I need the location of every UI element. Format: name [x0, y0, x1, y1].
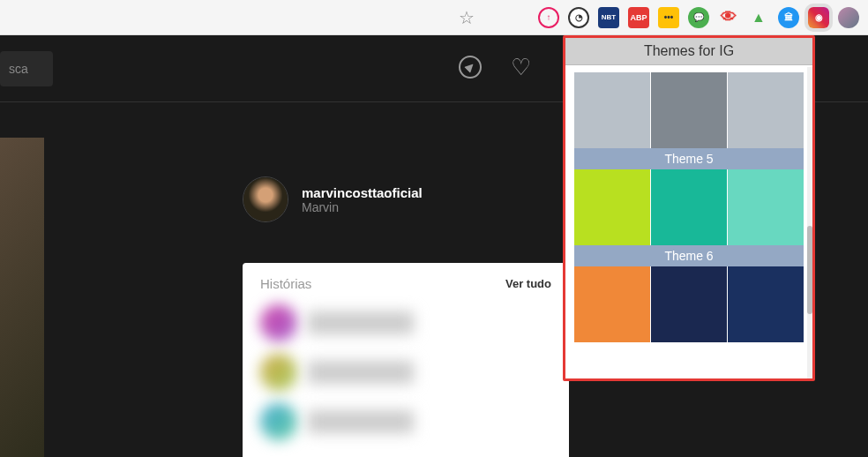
- profile-username[interactable]: marvincosttaoficial: [302, 185, 423, 200]
- theme-option-5[interactable]: Theme 5: [574, 72, 804, 169]
- extension-chat-icon[interactable]: 💬: [688, 7, 709, 28]
- theme-option-6[interactable]: Theme 6: [574, 169, 804, 266]
- page-content: sca ♡ marvincosttaoficial Marvin Históri…: [0, 35, 868, 457]
- stories-header: Histórias Ver tudo: [260, 276, 551, 291]
- color-swatch: [651, 169, 727, 245]
- story-avatar: [260, 354, 297, 391]
- color-swatch: [651, 266, 727, 342]
- extension-themes-ig-icon[interactable]: ◉: [808, 7, 829, 28]
- theme-swatches: [574, 72, 804, 148]
- scrollbar-thumb[interactable]: [807, 226, 812, 314]
- themes-extension-popup: Themes for IG Theme 5 Theme 6: [563, 35, 815, 381]
- story-item[interactable]: [260, 403, 551, 440]
- theme-option-7[interactable]: [574, 266, 804, 342]
- explore-icon[interactable]: [459, 56, 482, 79]
- popup-title: Themes for IG: [565, 38, 812, 65]
- color-swatch: [728, 266, 804, 342]
- theme-swatches: [574, 169, 804, 245]
- color-swatch: [728, 169, 804, 245]
- color-swatch: [574, 72, 650, 148]
- story-username: [308, 410, 414, 433]
- profile-text: marvincosttaoficial Marvin: [302, 185, 423, 214]
- heart-icon[interactable]: ♡: [508, 55, 533, 79]
- stories-card: Histórias Ver tudo: [243, 263, 569, 457]
- theme-label: Theme 5: [574, 148, 804, 169]
- browser-profile-avatar[interactable]: [838, 7, 859, 28]
- extension-adblock-icon[interactable]: ABP: [628, 7, 649, 28]
- extension-triangle-icon[interactable]: ▲: [748, 7, 769, 28]
- extension-eye-icon[interactable]: 👁: [718, 7, 739, 28]
- extension-bank-icon[interactable]: 🏛: [778, 7, 799, 28]
- theme-swatches: [574, 266, 804, 342]
- theme-label: Theme 6: [574, 245, 804, 266]
- popup-scrollbar[interactable]: [807, 67, 812, 381]
- story-item[interactable]: [260, 304, 551, 341]
- story-username: [308, 311, 414, 334]
- browser-toolbar: ☆ ↑ ◔ NBT ABP ••• 💬 👁 ▲ 🏛 ◉: [0, 0, 868, 35]
- bookmark-star-icon[interactable]: ☆: [459, 7, 475, 28]
- extension-speedometer-icon[interactable]: ◔: [568, 7, 589, 28]
- extension-nbt-icon[interactable]: NBT: [598, 7, 619, 28]
- nav-icons-group: ♡: [459, 55, 533, 79]
- search-input[interactable]: sca: [0, 51, 53, 86]
- profile-avatar[interactable]: [243, 176, 288, 222]
- color-swatch: [728, 72, 804, 148]
- story-username: [308, 361, 414, 384]
- search-text: sca: [9, 62, 28, 76]
- stories-title: Histórias: [260, 276, 311, 291]
- color-swatch: [651, 72, 727, 148]
- stories-see-all-link[interactable]: Ver tudo: [505, 277, 551, 290]
- extension-dots-icon[interactable]: •••: [658, 7, 679, 28]
- avatar-image: [243, 177, 288, 221]
- story-avatar: [260, 304, 297, 341]
- color-swatch: [574, 169, 650, 245]
- story-avatar: [260, 403, 297, 440]
- profile-display-name: Marvin: [302, 200, 423, 214]
- extension-upload-icon[interactable]: ↑: [538, 7, 559, 28]
- themes-list[interactable]: Theme 5 Theme 6: [565, 65, 812, 349]
- feed-post-image: [0, 138, 44, 457]
- profile-summary[interactable]: marvincosttaoficial Marvin: [243, 176, 423, 222]
- story-item[interactable]: [260, 354, 551, 391]
- color-swatch: [574, 266, 650, 342]
